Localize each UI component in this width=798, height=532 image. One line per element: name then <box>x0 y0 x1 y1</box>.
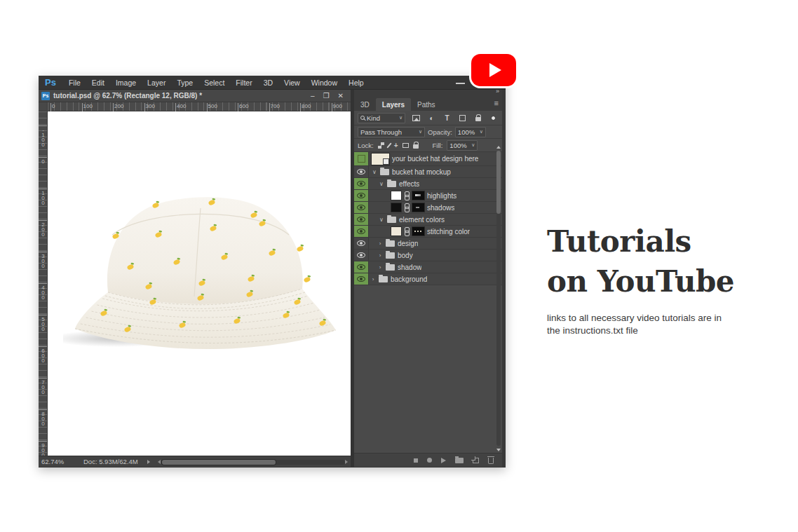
ruler-label: 300 <box>146 103 155 109</box>
menu-item-view[interactable]: View <box>278 79 306 87</box>
layer-visibility-toggle[interactable] <box>354 202 369 213</box>
layer-visibility-toggle[interactable] <box>354 178 369 189</box>
lock-all-icon[interactable] <box>413 144 419 149</box>
layer-visibility-toggle[interactable] <box>354 166 369 177</box>
collapse-panels-icon[interactable]: » <box>496 88 499 95</box>
youtube-logo[interactable] <box>471 54 516 86</box>
filter-adjustment-layers-icon[interactable]: ◐ <box>426 113 437 123</box>
folder-icon <box>379 276 388 282</box>
layer-row[interactable]: ›body <box>354 250 502 261</box>
scroll-up-icon[interactable] <box>496 146 501 149</box>
layer-visibility-toggle[interactable] <box>354 190 369 201</box>
filter-type-layers-icon[interactable]: T <box>442 113 452 123</box>
layer-row[interactable]: your bucket hat design here <box>354 152 502 166</box>
lock-position-icon[interactable]: + <box>394 142 398 149</box>
scroll-down-icon[interactable] <box>496 449 501 451</box>
app-minimize-icon[interactable] <box>456 83 465 84</box>
layer-row[interactable]: ›design <box>354 238 502 250</box>
link-icon <box>405 227 409 236</box>
bucket-hat-image <box>63 190 344 355</box>
layer-row[interactable]: ∨element colors <box>354 214 502 226</box>
lock-transparency-icon[interactable] <box>378 142 384 149</box>
layer-row[interactable]: shadows <box>354 202 502 214</box>
zoom-level[interactable]: 62.74% <box>41 458 64 465</box>
canvas[interactable] <box>48 111 351 456</box>
menu-item-type[interactable]: Type <box>171 79 198 87</box>
menu-item-filter[interactable]: Filter <box>230 79 257 87</box>
layer-row[interactable]: ›background <box>354 273 502 285</box>
vertical-scrollbar[interactable] <box>496 144 501 451</box>
scroll-left-icon[interactable] <box>158 460 161 464</box>
layer-row[interactable]: ∨bucket hat mockup <box>354 166 502 178</box>
menu-item-edit[interactable]: Edit <box>86 79 110 87</box>
folder-icon <box>387 217 396 223</box>
panel-menu-icon[interactable]: ≡ <box>494 99 499 107</box>
layer-visibility-toggle[interactable] <box>354 152 369 165</box>
lock-pixels-icon[interactable] <box>386 142 391 148</box>
blend-mode-select[interactable]: Pass Through ∨ <box>358 127 425 137</box>
layer-visibility-toggle[interactable] <box>354 250 369 261</box>
lock-label: Lock: <box>358 142 374 149</box>
chevron-right-icon[interactable]: › <box>377 240 383 247</box>
menu-item-image[interactable]: Image <box>110 79 142 87</box>
eye-icon <box>357 193 365 198</box>
menu-item-layer[interactable]: Layer <box>142 79 171 87</box>
horizontal-scrollbar[interactable] <box>158 459 348 465</box>
square-icon[interactable] <box>414 458 418 463</box>
layer-row[interactable]: ∨effects <box>354 178 502 190</box>
photoshop-window: Ps FileEditImageLayerTypeSelectFilter3DV… <box>39 76 506 468</box>
tab-3d[interactable]: 3D <box>354 98 376 111</box>
document-size: Doc: 5.93M/62.4M <box>83 458 138 465</box>
layer-row[interactable]: highlights <box>354 190 502 202</box>
menu-bar: Ps FileEditImageLayerTypeSelectFilter3DV… <box>39 76 506 90</box>
chevron-down-icon[interactable]: ∨ <box>379 181 384 187</box>
circle-icon[interactable] <box>427 458 432 463</box>
chevron-down-icon[interactable]: ∨ <box>379 217 384 223</box>
filter-smart-objects-icon[interactable] <box>473 113 483 123</box>
menu-item-3d[interactable]: 3D <box>258 79 278 87</box>
layer-visibility-toggle[interactable] <box>354 261 369 273</box>
tab-layers[interactable]: Layers <box>376 98 411 111</box>
new-group-folder-icon[interactable] <box>455 458 464 463</box>
ruler-label: -100 <box>40 127 46 146</box>
smart-object-thumbnail <box>372 154 389 165</box>
filter-pixel-layers-icon[interactable] <box>411 113 421 123</box>
scrollbar-thumb[interactable] <box>496 151 501 214</box>
chevron-down-icon: ∨ <box>419 129 422 135</box>
tab-paths[interactable]: Paths <box>411 98 442 111</box>
doc-close-icon[interactable]: ✕ <box>338 93 344 100</box>
filter-shape-layers-icon[interactable] <box>457 113 468 123</box>
eye-icon <box>357 229 365 234</box>
menu-item-help[interactable]: Help <box>343 79 370 87</box>
doc-minimize-icon[interactable]: – <box>311 93 315 100</box>
chevron-right-icon[interactable]: › <box>377 264 383 271</box>
filter-kind-select[interactable]: Kind ∨ <box>358 113 405 123</box>
filter-toggle-icon[interactable] <box>488 113 499 123</box>
layer-row[interactable]: stitching color <box>354 226 502 238</box>
layer-visibility-toggle[interactable] <box>354 214 369 225</box>
layer-visibility-toggle[interactable] <box>354 238 369 249</box>
chevron-down-icon[interactable]: ∨ <box>372 169 377 175</box>
ruler-label: 0 <box>52 103 55 109</box>
opacity-select[interactable]: 100% ∨ <box>455 127 486 137</box>
eye-icon <box>357 217 365 222</box>
chevron-right-icon[interactable]: › <box>370 276 376 282</box>
new-layer-icon[interactable] <box>473 458 479 463</box>
lock-artboard-icon[interactable] <box>403 143 409 148</box>
doc-maximize-icon[interactable]: ❐ <box>323 93 330 100</box>
menu-item-file[interactable]: File <box>63 79 86 87</box>
scrollbar-thumb[interactable] <box>162 460 276 465</box>
document-titlebar[interactable]: Ps tutorial.psd @ 62.7% (Rectangle 12, R… <box>39 90 351 102</box>
ruler-label: 500 <box>40 316 46 331</box>
layer-row[interactable]: ›shadow <box>354 261 502 273</box>
layer-visibility-toggle[interactable] <box>354 273 369 285</box>
menu-item-select[interactable]: Select <box>198 79 230 87</box>
menu-item-window[interactable]: Window <box>306 79 343 87</box>
status-arrow-icon[interactable] <box>147 460 150 464</box>
chevron-right-icon[interactable]: › <box>377 252 383 259</box>
play-icon[interactable] <box>441 458 446 463</box>
delete-layer-icon[interactable] <box>488 456 494 464</box>
layer-visibility-toggle[interactable] <box>354 226 369 237</box>
scroll-right-icon[interactable] <box>345 460 348 464</box>
fill-select[interactable]: 100% ∨ <box>447 140 478 151</box>
